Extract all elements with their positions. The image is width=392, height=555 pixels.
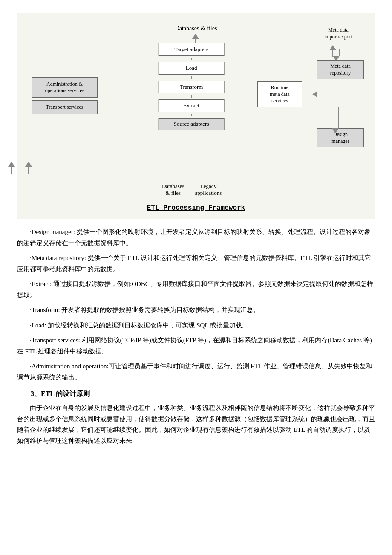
section-content: 由于企业在自身的发展及信息化建设过程中，业务种类、业务流程以及相伴随的信息结构将… bbox=[17, 403, 375, 446]
arrow-meta-up bbox=[329, 45, 336, 57]
load-para: ·Load: 加载经转换和汇总的数据到目标数据仓库中，可实现 SQL 或批量加载… bbox=[17, 320, 375, 331]
db-files-bottom-label: Databases & files bbox=[162, 183, 184, 197]
db-files-top-label: Databases & files bbox=[175, 25, 217, 32]
section-heading: 3、ETL 的设计原则 bbox=[31, 390, 375, 399]
left-column: Administration & operations services Tra… bbox=[32, 77, 98, 114]
paragraphs-section: ·Design manager: 提供一个图形化的映射环境，让开发者定义从源到目… bbox=[17, 227, 375, 383]
extract-para: ·Extract: 通过接口提取源数据，例如:ODBC、专用数据库接口和平面文件… bbox=[17, 279, 375, 301]
transport-box: Transport services bbox=[32, 100, 98, 114]
admin-ops-box: Administration & operations services bbox=[32, 77, 98, 98]
admin-para: ·Administration and operation:可让管理员基于事件和… bbox=[17, 361, 375, 383]
etl-title: ETL Processing Framework bbox=[24, 204, 368, 212]
design-manager-para: ·Design manager: 提供一个图形化的映射环境，让开发者定义从源到目… bbox=[17, 227, 375, 249]
transform-box: Transform bbox=[159, 81, 225, 93]
meta-data-repo-para: ·Meta data repository: 提供一个关于 ETL 设计和运行处… bbox=[17, 253, 375, 275]
etl-diagram: Databases & files Target adapters Load T… bbox=[17, 13, 375, 219]
transport-para: ·Transport services: 利用网络协议(TCP/IP 等)或文件… bbox=[17, 335, 375, 357]
arrow-up-legacy-bottom bbox=[25, 162, 32, 174]
target-adapters-box: Target adapters bbox=[159, 43, 225, 56]
bottom-labels: Databases & files Legacy applications bbox=[162, 183, 222, 197]
source-adapters-box: Source adapters bbox=[159, 118, 225, 130]
arrow-repo-to-design bbox=[335, 107, 342, 133]
center-column: Target adapters Load Transform Extract S… bbox=[159, 43, 225, 130]
arrow-up-db-bottom bbox=[8, 162, 15, 174]
extract-box: Extract bbox=[159, 99, 225, 112]
hline-meta-runtime bbox=[304, 92, 317, 93]
meta-repo-box: Meta data repository bbox=[317, 60, 364, 79]
transform-para: ·Transform: 开发者将提取的数据按照业务需要转换为目标数据结构，并实现… bbox=[17, 305, 375, 316]
arrow-meta-down bbox=[336, 49, 343, 61]
runtime-meta-box: Runtime meta data services bbox=[257, 81, 302, 107]
diagram-inner: Databases & files Target adapters Load T… bbox=[24, 22, 368, 201]
meta-import-label: Meta data import/export bbox=[313, 27, 364, 40]
load-box: Load bbox=[159, 62, 225, 75]
legacy-label: Legacy applications bbox=[195, 183, 222, 197]
